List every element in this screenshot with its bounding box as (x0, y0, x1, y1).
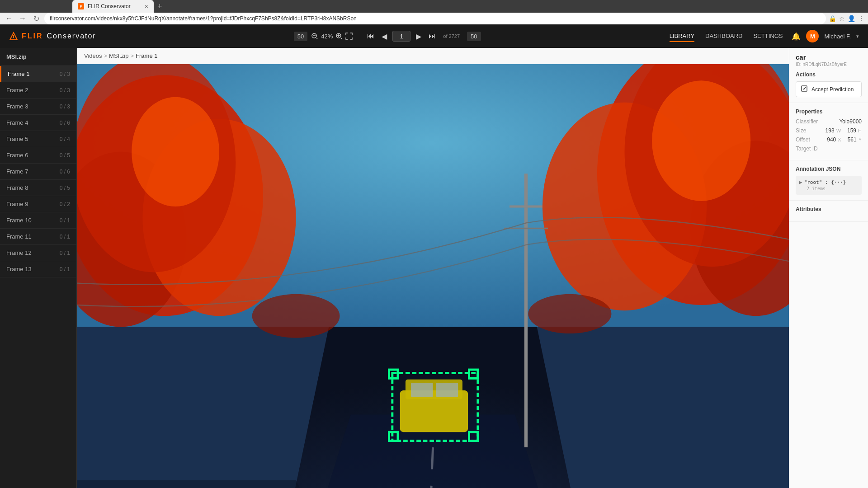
sidebar-frame-count: 0 / 4 (60, 136, 70, 142)
browser-tab[interactable]: F FLIR Conservator × (72, 0, 154, 13)
sidebar-item-frame-9[interactable]: Frame 9 0 / 2 (0, 196, 76, 212)
classifier-row: Classifier Yolo9000 (796, 118, 862, 125)
sidebar-item-frame-5[interactable]: Frame 5 0 / 4 (0, 131, 76, 147)
json-root-content: "root" : {···} (804, 179, 846, 185)
sidebar-frame-label: Frame 3 (6, 103, 28, 110)
refresh-button[interactable]: ↻ (31, 13, 42, 24)
sidebar-item-frame-8[interactable]: Frame 8 0 / 5 (0, 180, 76, 196)
svg-rect-31 (411, 383, 433, 397)
breadcrumb: Videos > MSI.zip > Frame 1 (77, 48, 789, 64)
content-area: Videos > MSI.zip > Frame 1 (77, 48, 789, 488)
tab-close-button[interactable]: × (145, 3, 148, 10)
canvas-area[interactable] (77, 64, 789, 488)
settings-menu-item[interactable]: SETTINGS (753, 31, 783, 42)
sidebar-frame-label: Frame 7 (6, 168, 28, 175)
dashboard-menu-item[interactable]: DASHBOARD (705, 31, 742, 42)
sidebar-item-frame-4[interactable]: Frame 4 0 / 6 (0, 115, 76, 131)
zoom-out-button[interactable] (311, 33, 318, 40)
first-frame-button[interactable]: ⏮ (365, 31, 376, 42)
sidebar-item-frame-2[interactable]: Frame 2 0 / 3 (0, 82, 76, 99)
prev-frame-button[interactable]: ◀ (379, 31, 390, 42)
sidebar-item-frame-12[interactable]: Frame 12 0 / 1 (0, 245, 76, 261)
sidebar-item-frame-7[interactable]: Frame 7 0 / 6 (0, 164, 76, 180)
frame-number-input[interactable] (392, 31, 410, 42)
object-header-section: car ID: nRDfLqN7DJsBfryerE Actions Accep… (789, 48, 868, 103)
svg-point-23 (132, 97, 219, 206)
offset-y-value: 561 (848, 136, 857, 143)
sidebar-frame-label: Frame 12 (6, 249, 32, 256)
size-width-value: 193 (826, 127, 835, 134)
back-button[interactable]: ← (4, 13, 14, 24)
tab-title: FLIR Conservator (88, 3, 131, 9)
sidebar-frame-label: Frame 8 (6, 184, 28, 191)
size-label: Size (796, 127, 806, 134)
sidebar-item-frame-10[interactable]: Frame 10 0 / 1 (0, 212, 76, 229)
menu-icon[interactable]: ⋮ (858, 15, 864, 22)
size-height-value: 159 (847, 127, 856, 134)
main-content: MSI.zip Frame 1 0 / 3 Frame 2 0 / 3 Fram… (0, 48, 868, 488)
sidebar-frame-count: 0 / 3 (60, 103, 70, 110)
sidebar-frame-count: 0 / 1 (60, 250, 70, 256)
offset-y-unit: Y (859, 137, 862, 142)
breadcrumb-folder[interactable]: MSI.zip (109, 52, 128, 59)
zoom-out-icon (311, 33, 318, 40)
svg-point-24 (652, 80, 750, 201)
url-input[interactable] (44, 13, 826, 24)
svg-rect-32 (436, 383, 458, 397)
forward-button[interactable]: → (17, 13, 28, 24)
notification-bell-icon[interactable]: 🔔 (792, 32, 801, 41)
logo-flir-text: FLIR (22, 32, 43, 40)
zoom-controls: 42% (311, 33, 353, 40)
offset-x-unit: X (838, 137, 841, 142)
logo: FLIR Conservator (9, 32, 96, 41)
sidebar-item-frame-13[interactable]: Frame 13 0 / 1 (0, 261, 76, 277)
annotation-json-block[interactable]: ▶ "root" : {···} 2 items (796, 176, 862, 195)
sidebar-frame-label: Frame 1 (8, 70, 29, 77)
next-frame-button[interactable]: ▶ (413, 31, 424, 42)
account-icon[interactable]: 👤 (848, 15, 855, 22)
sidebar-frame-count: 0 / 1 (60, 234, 70, 240)
svg-marker-14 (537, 327, 789, 488)
object-id: ID: nRDfLqN7DJsBfryerE (796, 62, 862, 67)
attributes-section-label: Attributes (796, 206, 862, 212)
accept-prediction-button[interactable]: Accept Prediction (796, 81, 862, 97)
breadcrumb-sep-1: > (104, 52, 108, 59)
new-tab-button[interactable]: + (157, 2, 162, 11)
object-class-label: car (796, 53, 862, 61)
browser-window: F FLIR Conservator × + ← → ↻ 🔒 ☆ 👤 ⋮ (0, 0, 868, 488)
offset-x-value: 940 (827, 136, 836, 143)
tab-favicon: F (78, 3, 84, 9)
sidebar-header: MSI.zip (0, 48, 76, 66)
actions-section-label: Actions (796, 71, 862, 78)
star-icon[interactable]: ☆ (839, 15, 845, 22)
sidebar-frame-label: Frame 9 (6, 201, 28, 207)
target-id-row: Target ID (796, 145, 862, 152)
top-nav-center: 50 42% ⏮ ◀ (114, 31, 660, 42)
sidebar-item-frame-6[interactable]: Frame 6 0 / 5 (0, 147, 76, 164)
sidebar-frame-count: 0 / 5 (60, 152, 70, 159)
size-row: Size 193 W 159 H (796, 127, 862, 134)
right-page-size[interactable]: 50 (467, 32, 481, 41)
sidebar-item-frame-11[interactable]: Frame 11 0 / 1 (0, 229, 76, 245)
frame-total: of 2727 (443, 33, 460, 39)
sidebar-item-frame-1[interactable]: Frame 1 0 / 3 (0, 66, 76, 82)
json-expand-icon[interactable]: ▶ (799, 179, 802, 185)
sidebar-item-frame-3[interactable]: Frame 3 0 / 3 (0, 99, 76, 115)
accept-prediction-icon (801, 85, 808, 94)
fullscreen-button[interactable] (345, 33, 353, 40)
frame-nav: ⏮ ◀ ▶ ⏭ (365, 31, 438, 42)
fit-button[interactable] (335, 33, 343, 40)
offset-label: Offset (796, 136, 810, 143)
attributes-section: Attributes (789, 201, 868, 222)
last-frame-button[interactable]: ⏭ (427, 31, 438, 42)
zoom-level: 42% (321, 33, 333, 40)
user-menu-chevron-icon[interactable]: ▾ (856, 33, 859, 39)
library-menu-item[interactable]: LIBRARY (670, 31, 694, 42)
left-page-size[interactable]: 50 (294, 32, 307, 41)
size-height-unit: H (858, 128, 862, 133)
sidebar-frame-count: 0 / 5 (60, 185, 70, 191)
size-width-unit: W (836, 128, 841, 133)
svg-line-46 (804, 87, 806, 89)
target-id-label: Target ID (796, 145, 818, 152)
breadcrumb-videos[interactable]: Videos (84, 52, 102, 59)
